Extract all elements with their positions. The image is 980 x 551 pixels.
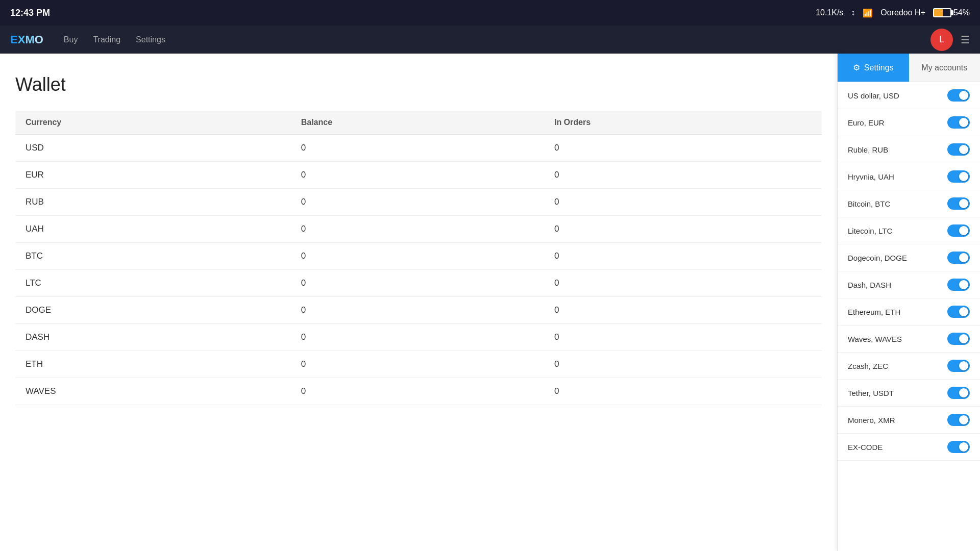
currency-toggle[interactable] xyxy=(947,89,970,102)
currency-toggle[interactable] xyxy=(947,306,970,318)
balance-cell: 0 xyxy=(291,378,544,405)
currency-toggle[interactable] xyxy=(947,387,970,399)
balance-cell: 0 xyxy=(291,216,544,243)
nav-login-button[interactable]: L xyxy=(930,29,953,51)
balance-cell: 0 xyxy=(291,324,544,351)
settings-item: Waves, WAVES xyxy=(838,325,980,353)
right-panel: ⚙ Settings My accounts US dollar, USD Eu… xyxy=(837,54,980,551)
main-area: Wallet Currency Balance In Orders USD 0 … xyxy=(0,54,980,551)
inorders-cell: 0 xyxy=(544,270,822,297)
currency-cell: WAVES xyxy=(15,378,291,405)
panel-tabs: ⚙ Settings My accounts xyxy=(838,54,980,82)
settings-item-label: Euro, EUR xyxy=(848,118,885,127)
col-balance: Balance xyxy=(291,111,544,135)
currency-cell: BTC xyxy=(15,243,291,270)
inorders-cell: 0 xyxy=(544,324,822,351)
inorders-cell: 0 xyxy=(544,135,822,162)
currency-toggle[interactable] xyxy=(947,252,970,264)
settings-item: Zcash, ZEC xyxy=(838,353,980,380)
inorders-cell: 0 xyxy=(544,162,822,189)
tab-settings-label: Settings xyxy=(864,63,894,72)
nav-link-buy[interactable]: Buy xyxy=(64,35,78,44)
inorders-cell: 0 xyxy=(544,297,822,324)
settings-item: Dogecoin, DOGE xyxy=(838,244,980,271)
menu-icon[interactable]: ☰ xyxy=(961,34,970,46)
settings-item: Tether, USDT xyxy=(838,380,980,407)
settings-item-label: Ethereum, ETH xyxy=(848,308,900,316)
balance-cell: 0 xyxy=(291,351,544,378)
col-inorders: In Orders xyxy=(544,111,822,135)
col-currency: Currency xyxy=(15,111,291,135)
settings-item: US dollar, USD xyxy=(838,82,980,109)
table-header-row: Currency Balance In Orders xyxy=(15,111,822,135)
settings-item-label: Hryvnia, UAH xyxy=(848,172,894,181)
settings-item: Hryvnia, UAH xyxy=(838,163,980,190)
settings-item: Ethereum, ETH xyxy=(838,298,980,325)
settings-item: EX-CODE xyxy=(838,434,980,461)
currency-toggle[interactable] xyxy=(947,197,970,210)
nav-bar: EXMO Buy Trading Settings L ☰ xyxy=(0,26,980,54)
currency-cell: EUR xyxy=(15,162,291,189)
table-row: WAVES 0 0 xyxy=(15,378,822,405)
currency-toggle[interactable] xyxy=(947,224,970,237)
balance-cell: 0 xyxy=(291,243,544,270)
settings-item-label: US dollar, USD xyxy=(848,91,899,100)
balance-cell: 0 xyxy=(291,189,544,216)
inorders-cell: 0 xyxy=(544,351,822,378)
content-area: Wallet Currency Balance In Orders USD 0 … xyxy=(0,54,837,551)
currency-cell: DASH xyxy=(15,324,291,351)
table-row: BTC 0 0 xyxy=(15,243,822,270)
settings-item-label: EX-CODE xyxy=(848,443,883,452)
nav-link-settings[interactable]: Settings xyxy=(136,35,165,44)
signal-icon: ↕ xyxy=(851,8,855,17)
currency-toggle[interactable] xyxy=(947,279,970,291)
inorders-cell: 0 xyxy=(544,189,822,216)
table-row: RUB 0 0 xyxy=(15,189,822,216)
settings-item-label: Zcash, ZEC xyxy=(848,362,888,370)
settings-item-label: Bitcoin, BTC xyxy=(848,199,890,208)
table-row: DOGE 0 0 xyxy=(15,297,822,324)
nav-link-trading[interactable]: Trading xyxy=(93,35,120,44)
currency-toggle[interactable] xyxy=(947,441,970,453)
inorders-cell: 0 xyxy=(544,243,822,270)
currency-toggle[interactable] xyxy=(947,143,970,156)
table-row: ETH 0 0 xyxy=(15,351,822,378)
nav-right: L ☰ xyxy=(930,29,970,51)
currency-toggle[interactable] xyxy=(947,360,970,372)
balance-cell: 0 xyxy=(291,270,544,297)
table-row: DASH 0 0 xyxy=(15,324,822,351)
settings-item: Dash, DASH xyxy=(838,271,980,298)
currency-cell: RUB xyxy=(15,189,291,216)
balance-cell: 0 xyxy=(291,297,544,324)
table-row: LTC 0 0 xyxy=(15,270,822,297)
currency-cell: UAH xyxy=(15,216,291,243)
gear-icon: ⚙ xyxy=(853,63,860,72)
status-right: 10.1K/s ↕ 📶 Ooredoo H+ 54% xyxy=(816,8,970,18)
tab-settings[interactable]: ⚙ Settings xyxy=(838,54,909,82)
balance-cell: 0 xyxy=(291,162,544,189)
settings-item: Ruble, RUB xyxy=(838,136,980,163)
wallet-table: Currency Balance In Orders USD 0 0 EUR 0… xyxy=(15,111,822,405)
currency-toggle[interactable] xyxy=(947,414,970,426)
balance-cell: 0 xyxy=(291,135,544,162)
page-title: Wallet xyxy=(15,74,822,95)
currency-toggle[interactable] xyxy=(947,116,970,129)
settings-item-label: Tether, USDT xyxy=(848,389,894,397)
currency-cell: ETH xyxy=(15,351,291,378)
inorders-cell: 0 xyxy=(544,216,822,243)
nav-logo: EXMO xyxy=(10,33,43,46)
settings-list: US dollar, USD Euro, EUR Ruble, RUB Hryv… xyxy=(838,82,980,551)
currency-cell: LTC xyxy=(15,270,291,297)
settings-item: Monero, XMR xyxy=(838,407,980,434)
settings-item-label: Dash, DASH xyxy=(848,281,891,289)
status-bar: 12:43 PM 10.1K/s ↕ 📶 Ooredoo H+ 54% xyxy=(0,0,980,26)
currency-toggle[interactable] xyxy=(947,333,970,345)
carrier: Ooredoo H+ xyxy=(880,8,925,17)
status-speed: 10.1K/s xyxy=(816,8,843,17)
table-row: UAH 0 0 xyxy=(15,216,822,243)
tab-my-accounts[interactable]: My accounts xyxy=(909,54,981,82)
settings-item-label: Waves, WAVES xyxy=(848,335,902,343)
settings-item: Euro, EUR xyxy=(838,109,980,136)
currency-toggle[interactable] xyxy=(947,170,970,183)
settings-item: Litecoin, LTC xyxy=(838,217,980,244)
